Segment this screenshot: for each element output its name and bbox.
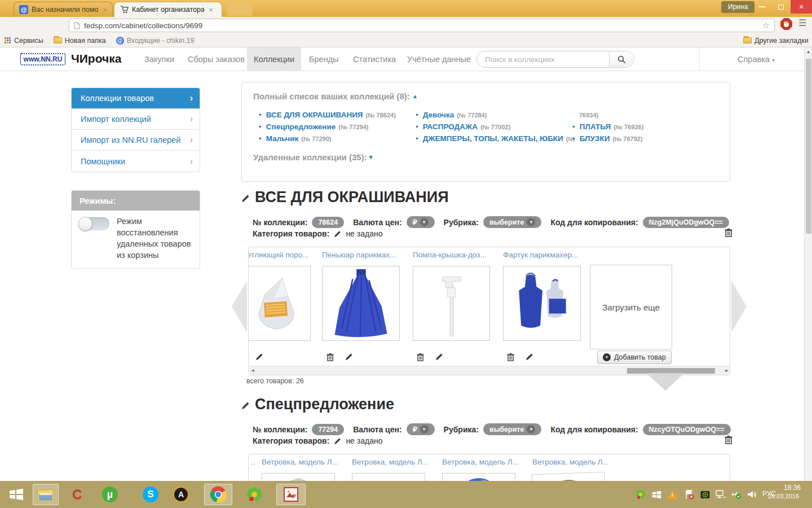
product-title[interactable]: етляющий поро... bbox=[248, 251, 308, 259]
close-button[interactable]: × bbox=[791, 0, 812, 14]
carousel-next-button[interactable] bbox=[731, 281, 747, 332]
section-collapse-arrow-icon[interactable] bbox=[646, 373, 685, 391]
add-product-button[interactable]: + Добавить товар bbox=[597, 351, 672, 364]
nav-item-order-collections[interactable]: Сборы заказов bbox=[188, 55, 245, 64]
product-title[interactable]: Ветровка, модель Л... bbox=[262, 458, 338, 466]
tab-close-icon[interactable]: × bbox=[103, 6, 107, 14]
tray-clock-time[interactable]: 18:36 bbox=[784, 484, 801, 492]
delete-product-icon[interactable] bbox=[414, 351, 426, 362]
copy-code-badge[interactable]: Nzg2MjQuODgwOQ== bbox=[643, 217, 729, 228]
tray-warning-icon[interactable]: ! bbox=[667, 489, 678, 500]
tab-close-icon[interactable]: × bbox=[209, 6, 213, 14]
collection-link[interactable]: •Спецпредложение(№ 77294) bbox=[259, 122, 369, 131]
collection-name[interactable]: БЛУЗКИ bbox=[580, 134, 610, 143]
product-image[interactable] bbox=[413, 266, 490, 341]
load-more-card[interactable]: Загрузить еще bbox=[590, 265, 672, 349]
delete-product-icon[interactable] bbox=[504, 351, 517, 362]
product-title[interactable]: Ветровка, модель Л... bbox=[532, 458, 609, 466]
browser-menu-icon[interactable]: ☰ bbox=[798, 17, 806, 28]
tray-network-icon[interactable] bbox=[715, 489, 726, 500]
edit-category-icon[interactable] bbox=[334, 230, 341, 238]
collection-link[interactable]: •Девочка(№ 77284) bbox=[416, 111, 487, 119]
delete-collection-icon[interactable] bbox=[722, 227, 735, 238]
edit-product-icon[interactable] bbox=[343, 351, 355, 362]
product-title[interactable]: Помпа-крышка-доз... bbox=[413, 251, 487, 259]
tray-nvidia-icon[interactable] bbox=[699, 489, 710, 500]
bookmark-new-folder[interactable]: Новая папка bbox=[54, 37, 106, 45]
help-menu[interactable]: Справка ▾ bbox=[738, 55, 775, 64]
search-button[interactable] bbox=[609, 51, 634, 67]
nav-item-statistics[interactable]: Статистика bbox=[353, 55, 396, 64]
product-title[interactable]: Фартук парикмахер... bbox=[503, 251, 578, 259]
collection-name[interactable]: Девочка bbox=[423, 111, 454, 119]
nav-item-brands[interactable]: Бренды bbox=[309, 55, 339, 64]
browser-tab-cabinet[interactable]: Кабинет организатора × bbox=[114, 2, 222, 17]
tray-clock-date[interactable]: 26.03.2016 bbox=[768, 493, 799, 500]
browser-tab-mail[interactable]: @ Вас назначили помощни × bbox=[14, 2, 113, 17]
rubric-dropdown[interactable]: выберите▾ bbox=[483, 216, 541, 228]
edit-title-icon[interactable] bbox=[241, 194, 250, 203]
taskbar-picture-manager-button[interactable] bbox=[276, 484, 306, 505]
adblock-icon[interactable] bbox=[780, 18, 792, 30]
start-button[interactable] bbox=[5, 484, 28, 505]
sidebar-item-import[interactable]: Импорт коллекций› bbox=[72, 109, 200, 130]
collection-link[interactable]: •РАСПРОДАЖА(№ 77002) bbox=[416, 122, 510, 131]
sidebar-item-collections[interactable]: Коллекции товаров› bbox=[72, 88, 200, 109]
collection-name[interactable]: ПЛАТЬЯ bbox=[580, 122, 611, 131]
page-scrollbar[interactable]: ▲ bbox=[804, 47, 812, 481]
url-bar[interactable]: fedsp.com/cabinet/collections/9699 ☆ bbox=[69, 19, 775, 32]
bookmark-star-icon[interactable]: ☆ bbox=[762, 20, 770, 30]
collapse-icon[interactable]: ▲ bbox=[412, 93, 418, 99]
product-image[interactable] bbox=[248, 266, 311, 341]
edit-product-icon[interactable] bbox=[253, 351, 266, 362]
edit-product-icon[interactable] bbox=[523, 351, 536, 362]
delete-product-icon[interactable] bbox=[324, 351, 336, 362]
collection-name[interactable]: Мальчик bbox=[266, 134, 299, 143]
rubric-dropdown[interactable]: выберите▾ bbox=[483, 423, 541, 435]
scroll-up-icon[interactable]: ▲ bbox=[806, 50, 810, 54]
scroll-right-icon[interactable]: ▸ bbox=[725, 367, 728, 373]
profile-badge[interactable]: Ирина bbox=[721, 1, 754, 13]
collection-name[interactable]: ВСЕ ДЛЯ ОКРАШИВАНИЯ bbox=[266, 111, 363, 119]
tray-windows-icon[interactable] bbox=[651, 489, 662, 500]
tray-usb-icon[interactable] bbox=[731, 489, 742, 500]
taskbar-skype-button[interactable]: S bbox=[140, 484, 161, 505]
collection-link[interactable]: •Мальчик(№ 77290) bbox=[259, 134, 331, 143]
scroll-left-icon[interactable]: ◂ bbox=[251, 367, 254, 373]
scrollbar-thumb[interactable] bbox=[806, 59, 811, 234]
collection-name[interactable]: Спецпредложение bbox=[266, 122, 336, 131]
edit-category-icon[interactable] bbox=[334, 437, 341, 445]
restore-mode-toggle[interactable] bbox=[79, 217, 109, 230]
collection-link[interactable]: •ПЛАТЬЯ(№ 76926) bbox=[572, 122, 643, 131]
taskbar-utorrent-button[interactable]: µ bbox=[99, 484, 121, 505]
other-bookmarks[interactable]: Другие закладки bbox=[743, 37, 809, 45]
collection-name[interactable]: ДЖЕМПЕРЫ, ТОПЫ, ЖАКЕТЫ, ЮБКИ bbox=[423, 134, 563, 143]
collection-link[interactable]: •ВСЕ ДЛЯ ОКРАШИВАНИЯ(№ 78624) bbox=[259, 111, 396, 119]
nav-item-purchases[interactable]: Закупки bbox=[144, 55, 174, 64]
expand-icon[interactable]: ▾ bbox=[369, 154, 373, 160]
product-image[interactable] bbox=[503, 266, 581, 341]
nav-item-collections[interactable]: Коллекции bbox=[247, 47, 301, 71]
copy-code-badge[interactable]: NzcyOTQuODgwOQ== bbox=[643, 424, 731, 435]
product-title[interactable]: Ветровка, модель Л... bbox=[442, 458, 519, 466]
product-image[interactable] bbox=[322, 266, 400, 341]
collection-name[interactable]: РАСПРОДАЖА bbox=[423, 122, 478, 131]
nnru-logo[interactable]: www.NN.RU bbox=[20, 53, 65, 65]
carousel-prev-button[interactable] bbox=[232, 281, 247, 332]
edit-title-icon[interactable] bbox=[241, 401, 250, 410]
taskbar-chrome-button[interactable] bbox=[204, 484, 232, 505]
tray-icq-icon[interactable] bbox=[635, 489, 646, 500]
currency-dropdown[interactable]: ₽▾ bbox=[407, 423, 435, 435]
taskbar-ccleaner-button[interactable]: C bbox=[67, 484, 88, 505]
new-tab-button[interactable] bbox=[227, 3, 253, 16]
currency-dropdown[interactable]: ₽▾ bbox=[407, 216, 435, 228]
collection-link[interactable]: •ДЖЕМПЕРЫ, ТОПЫ, ЖАКЕТЫ, ЮБКИ(№ bbox=[416, 134, 575, 143]
search-input[interactable] bbox=[477, 51, 608, 67]
collection-link[interactable]: •БЛУЗКИ(№ 76792) bbox=[572, 134, 643, 143]
sidebar-item-import-nnru[interactable]: Импорт из NN.RU галерей› bbox=[72, 130, 200, 151]
sidebar-item-helpers[interactable]: Помощники› bbox=[72, 151, 200, 172]
bookmark-services[interactable]: Сервисы bbox=[5, 37, 43, 45]
bookmark-inbox[interactable]: @ Входящие - chikin.19 bbox=[116, 37, 195, 45]
taskbar-icq-button[interactable] bbox=[241, 484, 267, 505]
nav-item-account[interactable]: Учётные данные bbox=[407, 55, 471, 64]
